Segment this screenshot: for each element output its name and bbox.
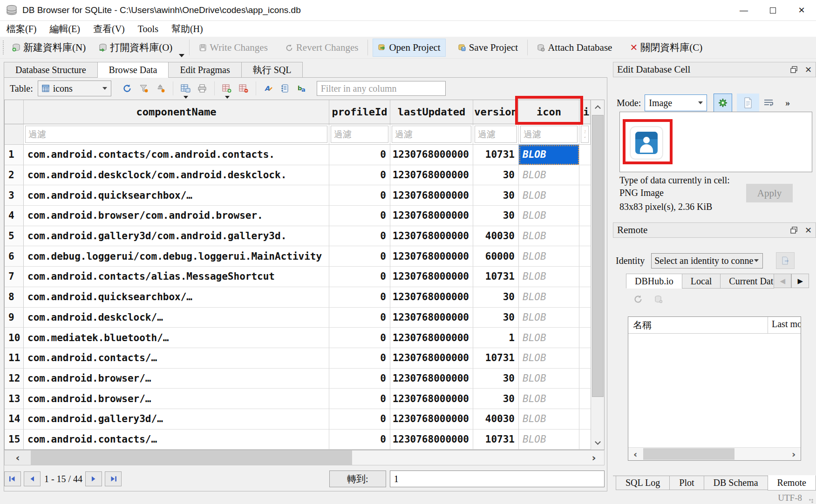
partial-cell[interactable] [579, 308, 591, 328]
row-number-cell[interactable]: 7 [5, 267, 24, 287]
icon-blob-cell[interactable]: BLOB [519, 226, 579, 247]
scroll-left-button[interactable]: ‹ [5, 450, 31, 465]
partial-cell[interactable] [579, 267, 591, 287]
row-number-cell[interactable]: 11 [5, 348, 24, 369]
partial-cell[interactable] [579, 206, 591, 226]
lastUpdated-cell[interactable]: 1230768000000 [390, 369, 473, 389]
remote-list-name-header[interactable]: 名稱 [628, 317, 768, 333]
profileId-cell[interactable]: 0 [329, 369, 390, 389]
partial-cell[interactable] [579, 389, 591, 409]
componentName-cell[interactable]: com.android.gallery3d/com.android.galler… [24, 226, 329, 247]
first-record-button[interactable] [4, 471, 21, 486]
lastUpdated-cell[interactable]: 1230768000000 [390, 145, 473, 165]
row-number-cell[interactable]: 5 [5, 226, 24, 247]
icon-blob-cell[interactable]: BLOB [519, 185, 579, 206]
partial-cell[interactable] [579, 348, 591, 369]
componentName-cell[interactable]: com.debug.loggerui/com.debug.loggerui.Ma… [24, 246, 329, 267]
remote-list-modified-header[interactable]: Last mo [768, 317, 801, 333]
partial-cell[interactable] [579, 185, 591, 206]
partial-cell[interactable] [579, 287, 591, 308]
profileId-cell[interactable]: 0 [329, 348, 390, 369]
componentName-cell[interactable]: com.android.quicksearchbox/… [24, 185, 329, 206]
profileId-cell[interactable]: 0 [329, 246, 390, 267]
print-button[interactable] [194, 81, 211, 96]
icon-blob-cell[interactable]: BLOB [519, 430, 579, 450]
column-header-ic-partial[interactable]: ic [579, 100, 591, 124]
next-record-button[interactable] [85, 471, 102, 486]
profileId-cell[interactable]: 0 [329, 287, 390, 308]
lastUpdated-cell[interactable]: 1230768000000 [390, 348, 473, 369]
row-number-cell[interactable]: 2 [5, 165, 24, 186]
version-cell[interactable]: 10731 [473, 430, 519, 450]
icon-blob-cell[interactable]: BLOB [519, 145, 579, 165]
icon-blob-cell[interactable]: BLOB [519, 389, 579, 409]
previous-record-button[interactable] [24, 471, 41, 486]
tab-db-schema[interactable]: DB Schema [704, 476, 768, 490]
write-changes-button[interactable]: Write Changes [194, 39, 272, 56]
open-project-button[interactable]: Open Project [373, 39, 445, 57]
table-row[interactable]: 13 com.android.browser/… 0 1230768000000… [5, 389, 591, 409]
lastUpdated-cell[interactable]: 1230768000000 [390, 389, 473, 409]
componentName-cell[interactable]: com.android.gallery3d/… [24, 409, 329, 430]
filter-lastUpdated-input[interactable] [392, 126, 471, 143]
lastUpdated-cell[interactable]: 1230768000000 [390, 409, 473, 430]
save-project-button[interactable]: Save Project [453, 39, 523, 56]
tab-sql-log[interactable]: SQL Log [616, 476, 670, 490]
lastUpdated-cell[interactable]: 1230768000000 [390, 287, 473, 308]
icon-blob-cell[interactable]: BLOB [519, 409, 579, 430]
row-number-cell[interactable]: 3 [5, 185, 24, 206]
insert-values-button[interactable]: A [260, 81, 277, 96]
icon-blob-cell[interactable]: BLOB [519, 246, 579, 267]
tab-dbhub[interactable]: DBHub.io [626, 274, 682, 289]
table-row[interactable]: 14 com.android.gallery3d/… 0 12307680000… [5, 409, 591, 430]
close-panel-icon[interactable]: ✕ [805, 225, 812, 235]
lastUpdated-cell[interactable]: 1230768000000 [390, 206, 473, 226]
componentName-cell[interactable]: com.android.quicksearchbox/… [24, 287, 329, 308]
row-number-cell[interactable]: 12 [5, 369, 24, 389]
lastUpdated-cell[interactable]: 1230768000000 [390, 246, 473, 267]
clear-sort-button[interactable] [152, 81, 169, 96]
remote-horizontal-scrollbar[interactable]: ‹ › [628, 447, 801, 460]
tab-scroll-left-button[interactable]: ◀ [774, 274, 791, 288]
version-cell[interactable]: 10731 [473, 348, 519, 369]
attach-database-button[interactable]: Attach Database [532, 39, 617, 56]
column-header-lastUpdated[interactable]: lastUpdated [390, 100, 473, 124]
table-row[interactable]: 15 com.android.contacts/… 0 123076800000… [5, 430, 591, 450]
partial-cell[interactable] [579, 430, 591, 450]
close-button[interactable]: ✕ [787, 0, 816, 20]
filter-any-column-input[interactable] [317, 81, 446, 96]
partial-cell[interactable] [579, 246, 591, 267]
tab-edit-pragmas[interactable]: Edit Pragmas [168, 62, 241, 77]
partial-cell[interactable] [579, 369, 591, 389]
componentName-cell[interactable]: com.android.contacts/… [24, 348, 329, 369]
lastUpdated-cell[interactable]: 1230768000000 [390, 165, 473, 186]
tab-scroll-right-button[interactable]: ▶ [791, 274, 809, 288]
icon-blob-cell[interactable]: BLOB [519, 348, 579, 369]
partial-cell[interactable] [579, 145, 591, 165]
delete-record-button[interactable] [235, 81, 252, 96]
table-row[interactable]: 11 com.android.contacts/… 0 123076800000… [5, 348, 591, 369]
componentName-cell[interactable]: com.android.contacts/… [24, 430, 329, 450]
row-number-cell[interactable]: 15 [5, 430, 24, 450]
menu-view[interactable]: 查看(V) [87, 21, 131, 37]
filter-version-input[interactable] [475, 126, 517, 143]
version-cell[interactable]: 40030 [473, 409, 519, 430]
version-cell[interactable]: 30 [473, 389, 519, 409]
version-cell[interactable]: 10731 [473, 145, 519, 165]
profileId-cell[interactable]: 0 [329, 145, 390, 165]
identity-import-button[interactable] [776, 252, 795, 269]
remote-refresh-button[interactable] [633, 295, 643, 304]
profileId-cell[interactable]: 0 [329, 389, 390, 409]
tab-local[interactable]: Local [682, 274, 721, 289]
minimize-button[interactable]: — [729, 0, 758, 20]
table-row[interactable]: 8 com.android.quicksearchbox/… 0 1230768… [5, 287, 591, 308]
lastUpdated-cell[interactable]: 1230768000000 [390, 267, 473, 287]
menu-help[interactable]: 幫助(H) [165, 21, 210, 37]
icon-blob-cell[interactable]: BLOB [519, 267, 579, 287]
profileId-cell[interactable]: 0 [329, 185, 390, 206]
partial-cell[interactable] [579, 409, 591, 430]
row-number-cell[interactable]: 1 [5, 145, 24, 165]
column-header-componentName[interactable]: componentName [24, 100, 329, 124]
version-cell[interactable]: 30 [473, 308, 519, 328]
profileId-cell[interactable]: 0 [329, 226, 390, 247]
